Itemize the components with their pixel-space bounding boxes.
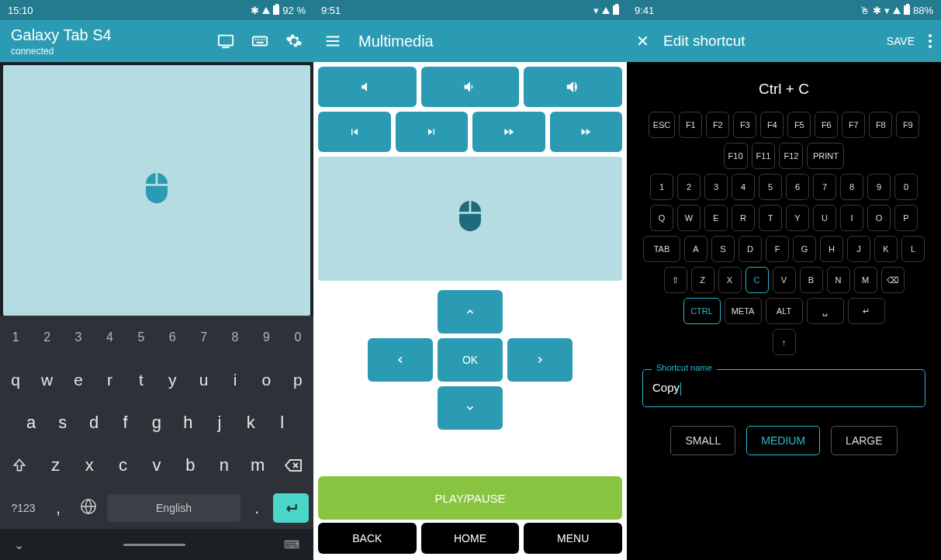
vkey-z[interactable]: Z bbox=[691, 267, 714, 293]
kb-key[interactable]: q bbox=[0, 371, 31, 389]
vkey-t[interactable]: T bbox=[759, 205, 782, 231]
vkey-x[interactable]: X bbox=[718, 267, 742, 293]
vkey-p[interactable]: P bbox=[894, 205, 918, 231]
kb-key[interactable]: d bbox=[78, 413, 109, 433]
back-button[interactable]: BACK bbox=[318, 523, 417, 554]
kb-key[interactable]: h bbox=[172, 413, 203, 433]
comma-key[interactable]: , bbox=[47, 498, 70, 518]
dpad-right-button[interactable] bbox=[507, 338, 573, 382]
kb-key[interactable]: 7 bbox=[188, 330, 219, 344]
dpad-up-button[interactable] bbox=[438, 290, 503, 334]
enter-key[interactable] bbox=[273, 493, 309, 523]
cast-icon[interactable] bbox=[217, 33, 234, 50]
vkey-8[interactable]: 8 bbox=[840, 174, 863, 200]
kb-key[interactable]: k bbox=[235, 413, 266, 433]
overflow-menu-icon[interactable] bbox=[929, 34, 932, 48]
vkey-arrow-up[interactable]: ↑ bbox=[773, 329, 796, 355]
nav-handle[interactable] bbox=[123, 544, 185, 546]
vkey-g[interactable]: G bbox=[793, 236, 816, 262]
vkey-4[interactable]: 4 bbox=[732, 174, 755, 200]
vkey-⇧[interactable]: ⇧ bbox=[664, 267, 687, 293]
kb-key[interactable]: p bbox=[282, 371, 313, 389]
kb-key[interactable]: 8 bbox=[220, 330, 251, 344]
kb-key[interactable]: t bbox=[126, 371, 157, 389]
vkey-f9[interactable]: F9 bbox=[896, 112, 919, 138]
symbols-key[interactable]: ?123 bbox=[5, 502, 42, 514]
kb-key[interactable]: o bbox=[251, 371, 282, 389]
play-pause-button[interactable]: PLAY/PAUSE bbox=[318, 476, 622, 520]
next-track-button[interactable] bbox=[396, 112, 469, 152]
kb-key[interactable]: 6 bbox=[157, 330, 188, 344]
kb-key[interactable]: e bbox=[63, 371, 94, 389]
prev-track-button[interactable] bbox=[318, 112, 391, 152]
vkey-meta[interactable]: META bbox=[725, 298, 762, 324]
kb-key[interactable]: 3 bbox=[63, 330, 94, 344]
kb-key[interactable]: m bbox=[241, 455, 275, 475]
vkey-alt[interactable]: ALT bbox=[766, 298, 803, 324]
vkey-f4[interactable]: F4 bbox=[760, 112, 784, 138]
volume-up-button[interactable] bbox=[524, 67, 622, 107]
menu-button[interactable]: MENU bbox=[524, 523, 622, 554]
vkey-f12[interactable]: F12 bbox=[779, 143, 803, 169]
rewind-button[interactable] bbox=[472, 112, 545, 152]
volume-mute-button[interactable] bbox=[318, 67, 417, 107]
kb-key[interactable]: s bbox=[47, 413, 78, 433]
vkey-1[interactable]: 1 bbox=[650, 174, 673, 200]
vkey-u[interactable]: U bbox=[813, 205, 836, 231]
kb-key[interactable]: f bbox=[109, 413, 140, 433]
size-medium-button[interactable]: MEDIUM bbox=[746, 426, 820, 455]
shift-key[interactable] bbox=[0, 458, 39, 473]
vkey-o[interactable]: O bbox=[867, 205, 891, 231]
vkey-⌫[interactable]: ⌫ bbox=[881, 267, 905, 293]
kb-key[interactable]: u bbox=[188, 371, 219, 389]
kb-key[interactable]: w bbox=[31, 371, 62, 389]
vkey-f8[interactable]: F8 bbox=[869, 112, 892, 138]
kb-key[interactable]: 2 bbox=[31, 330, 62, 344]
size-large-button[interactable]: LARGE bbox=[831, 426, 897, 455]
vkey-k[interactable]: K bbox=[874, 236, 898, 262]
vkey-f6[interactable]: F6 bbox=[815, 112, 838, 138]
vkey-↵[interactable]: ↵ bbox=[848, 298, 885, 324]
close-icon[interactable]: ✕ bbox=[636, 32, 649, 50]
vkey-h[interactable]: H bbox=[820, 236, 843, 262]
period-key[interactable]: . bbox=[245, 498, 268, 518]
shortcut-name-field[interactable]: Shortcut name Copy bbox=[642, 369, 925, 407]
touchpad-area[interactable] bbox=[318, 157, 622, 281]
kb-key[interactable]: 5 bbox=[126, 330, 157, 344]
touchpad-area[interactable] bbox=[3, 65, 310, 316]
vkey-f3[interactable]: F3 bbox=[733, 112, 756, 138]
kb-key[interactable]: a bbox=[16, 413, 47, 433]
vkey-v[interactable]: V bbox=[773, 267, 796, 293]
vkey-esc[interactable]: ESC bbox=[649, 112, 676, 138]
vkey-c[interactable]: C bbox=[746, 267, 769, 293]
vkey-tab[interactable]: TAB bbox=[643, 236, 680, 262]
backspace-key[interactable] bbox=[275, 458, 313, 472]
vkey-ctrl[interactable]: CTRL bbox=[683, 298, 721, 324]
kb-key[interactable]: v bbox=[140, 455, 173, 475]
dpad-down-button[interactable] bbox=[438, 386, 503, 430]
keyboard-icon[interactable] bbox=[251, 33, 268, 50]
kb-key[interactable]: j bbox=[204, 413, 235, 433]
volume-down-button[interactable] bbox=[421, 67, 520, 107]
vkey-3[interactable]: 3 bbox=[704, 174, 728, 200]
vkey-f[interactable]: F bbox=[766, 236, 789, 262]
kb-key[interactable]: b bbox=[174, 455, 207, 475]
dpad-ok-button[interactable]: OK bbox=[438, 338, 503, 382]
vkey-6[interactable]: 6 bbox=[786, 174, 809, 200]
home-button[interactable]: HOME bbox=[421, 523, 520, 554]
kb-key[interactable]: r bbox=[94, 371, 125, 389]
kb-key[interactable]: x bbox=[72, 455, 106, 475]
vkey-f2[interactable]: F2 bbox=[706, 112, 729, 138]
kb-key[interactable]: 9 bbox=[251, 330, 282, 344]
gear-icon[interactable] bbox=[285, 33, 303, 50]
kb-key[interactable]: g bbox=[141, 413, 172, 433]
forward-button[interactable] bbox=[550, 112, 623, 152]
collapse-icon[interactable]: ⌄ bbox=[14, 538, 24, 552]
vkey-r[interactable]: R bbox=[732, 205, 755, 231]
size-small-button[interactable]: SMALL bbox=[670, 426, 735, 455]
vkey-0[interactable]: 0 bbox=[894, 174, 918, 200]
vkey-q[interactable]: Q bbox=[650, 205, 673, 231]
kb-key[interactable]: 1 bbox=[0, 330, 31, 344]
vkey-5[interactable]: 5 bbox=[759, 174, 782, 200]
vkey-2[interactable]: 2 bbox=[677, 174, 701, 200]
